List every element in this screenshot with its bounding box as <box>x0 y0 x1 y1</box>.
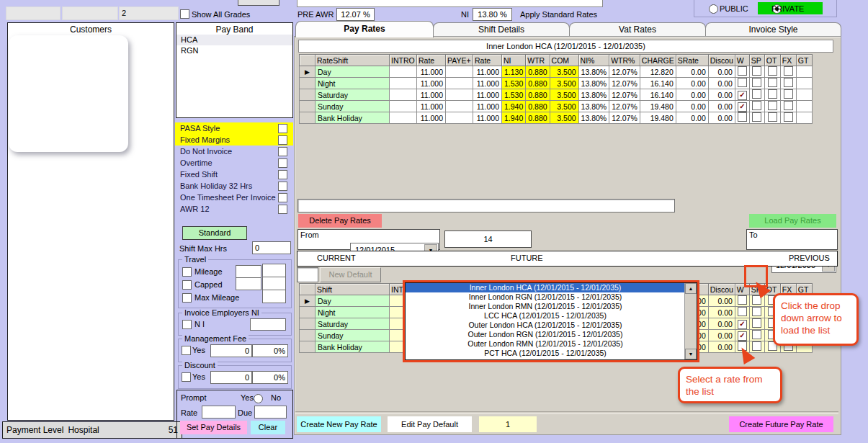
cell-intro[interactable] <box>390 66 417 78</box>
ni-field[interactable]: 13.80 % <box>473 8 512 21</box>
grid-col-header[interactable]: SP <box>749 55 764 66</box>
cell-srate[interactable]: 0.00 <box>676 78 708 89</box>
pay-band-list[interactable]: HCARGN <box>176 35 293 118</box>
cell-wtr_pct[interactable]: 12.07% <box>609 112 640 124</box>
row-selector[interactable]: ▶ <box>300 66 316 78</box>
option-checkbox[interactable] <box>278 182 287 191</box>
grid-checkbox[interactable] <box>752 318 761 328</box>
cell-gt[interactable] <box>796 112 812 124</box>
grid-col-header[interactable]: RateShift <box>316 55 390 66</box>
cell-com[interactable]: 3.500 <box>550 78 578 89</box>
cell-shift[interactable]: Saturday <box>316 89 390 101</box>
ni-amount-field[interactable] <box>250 318 286 331</box>
cell-ot[interactable] <box>764 78 780 89</box>
clear-button[interactable]: Clear <box>251 421 285 434</box>
grid-row[interactable]: Bank Holiday11.00011.0001.9400.8803.5001… <box>300 112 813 124</box>
grid-checkbox[interactable] <box>738 295 747 305</box>
grid-checkbox[interactable] <box>768 66 777 76</box>
cell-w[interactable] <box>735 78 749 89</box>
grid-col-header[interactable]: Shift <box>316 284 390 295</box>
create-future-pay-rate-button[interactable]: Create Future Pay Rate <box>729 416 833 432</box>
grid-checkbox[interactable] <box>784 101 793 110</box>
row-selector[interactable] <box>300 330 316 341</box>
cell-w[interactable] <box>735 66 749 78</box>
management-fee-percent-field[interactable]: 0% <box>252 344 288 357</box>
cell-rate2[interactable]: 11.000 <box>473 101 502 112</box>
cell-ni_pct[interactable]: 13.80% <box>578 66 609 78</box>
management-fee-amount-field[interactable]: 0 <box>210 344 252 357</box>
cell-w[interactable]: ✓ <box>735 89 749 101</box>
cell-discou[interactable]: 0.00 <box>708 318 735 330</box>
grid-checkbox[interactable] <box>784 89 793 99</box>
rate-option[interactable]: Outer London HCA (12/01/2015 - 12/01/203… <box>406 321 685 330</box>
top-field-3[interactable]: 2 <box>119 6 179 20</box>
max-mileage-checkbox[interactable] <box>182 293 192 303</box>
shift-max-hrs-field[interactable]: 0 <box>252 241 291 254</box>
cell-shift[interactable]: Saturday <box>316 318 390 330</box>
travel-field-r3[interactable] <box>262 290 286 303</box>
grid-checkbox[interactable] <box>768 101 777 110</box>
row-selector[interactable] <box>300 89 316 101</box>
cell-rate[interactable]: 11.000 <box>417 101 446 112</box>
rate-option[interactable]: Inner London RMN (12/01/2015 - 12/01/203… <box>406 302 685 311</box>
cell-fx[interactable] <box>780 101 796 112</box>
cell-intro[interactable] <box>390 112 417 124</box>
row-selector[interactable] <box>300 112 316 124</box>
edit-pay-default-button[interactable]: Edit Pay Default <box>388 416 472 432</box>
cell-sp[interactable] <box>749 112 764 124</box>
grid-col-header[interactable]: Discou <box>708 55 735 66</box>
top-field-2[interactable] <box>62 6 118 20</box>
cell-shift[interactable]: Bank Holiday <box>316 112 390 124</box>
cell-com[interactable]: 3.500 <box>550 101 578 112</box>
cell-charge[interactable]: 16.140 <box>640 89 676 101</box>
cell-fx[interactable] <box>780 89 796 101</box>
grid-checkbox[interactable] <box>752 101 761 110</box>
option-checkbox[interactable] <box>278 147 287 156</box>
grid-checkbox[interactable] <box>752 307 761 316</box>
capped-checkbox[interactable] <box>182 280 192 290</box>
grid-checkbox[interactable] <box>784 78 793 87</box>
cell-rate2[interactable]: 11.000 <box>473 112 502 124</box>
prompt-rate-field[interactable] <box>202 406 236 419</box>
cell-sp[interactable] <box>749 78 764 89</box>
grid-col-header[interactable]: NI <box>502 55 526 66</box>
grid-checkbox[interactable] <box>784 66 793 76</box>
cell-ni_pct[interactable]: 13.80% <box>578 112 609 124</box>
cell-sp[interactable] <box>749 66 764 78</box>
option-checkbox[interactable] <box>278 158 287 168</box>
cell-sp[interactable] <box>749 101 764 112</box>
cell-ni[interactable]: 1.940 <box>502 101 526 112</box>
grid-row[interactable]: Sunday11.00011.0001.9400.8803.50013.80%1… <box>300 101 813 112</box>
cell-charge[interactable]: 19.480 <box>640 112 676 124</box>
grid-col-header[interactable]: SRate <box>676 55 708 66</box>
cell-intro[interactable] <box>390 101 417 112</box>
row-selector[interactable] <box>300 318 316 330</box>
grid-col-header[interactable]: WTR% <box>609 55 640 66</box>
cell-rate2[interactable]: 11.000 <box>473 78 502 89</box>
cell-sp[interactable] <box>749 89 764 101</box>
cell-discou[interactable]: 0.00 <box>708 66 735 78</box>
discount-percent-field[interactable]: 0% <box>252 371 288 384</box>
grid-col-header[interactable]: GT <box>796 55 812 66</box>
grid-col-header[interactable]: NI% <box>578 55 609 66</box>
cell-wtr[interactable]: 0.880 <box>526 78 550 89</box>
cell-wtr[interactable]: 0.880 <box>526 112 550 124</box>
cell-charge[interactable]: 12.820 <box>640 66 676 78</box>
standard-button[interactable]: Standard <box>182 226 247 240</box>
pay-band-item[interactable]: HCA <box>176 35 292 45</box>
option-checkbox[interactable] <box>278 170 287 179</box>
cell-rate[interactable]: 11.000 <box>417 89 446 101</box>
cell-srate[interactable]: 0.00 <box>676 66 708 78</box>
mileage-field-1[interactable] <box>236 265 261 278</box>
discount-amount-field[interactable]: 0 <box>210 371 252 384</box>
cell-wtr_pct[interactable]: 12.07% <box>609 101 640 112</box>
pre-awr-field[interactable]: 12.07 % <box>336 8 375 21</box>
rate-option[interactable]: PCT HCA (12/01/2015 - 12/01/2035) <box>406 349 685 358</box>
cell-ot[interactable] <box>764 66 780 78</box>
grid-checkbox[interactable]: ✓ <box>738 320 747 329</box>
grid-checkbox[interactable] <box>752 66 761 76</box>
cell-rate2[interactable]: 11.000 <box>473 89 502 101</box>
cell-shift[interactable]: Day <box>316 295 390 307</box>
grid-col-header[interactable]: FX <box>780 55 796 66</box>
rate-option[interactable]: Inner London HCA (12/01/2015 - 12/01/203… <box>406 283 685 292</box>
